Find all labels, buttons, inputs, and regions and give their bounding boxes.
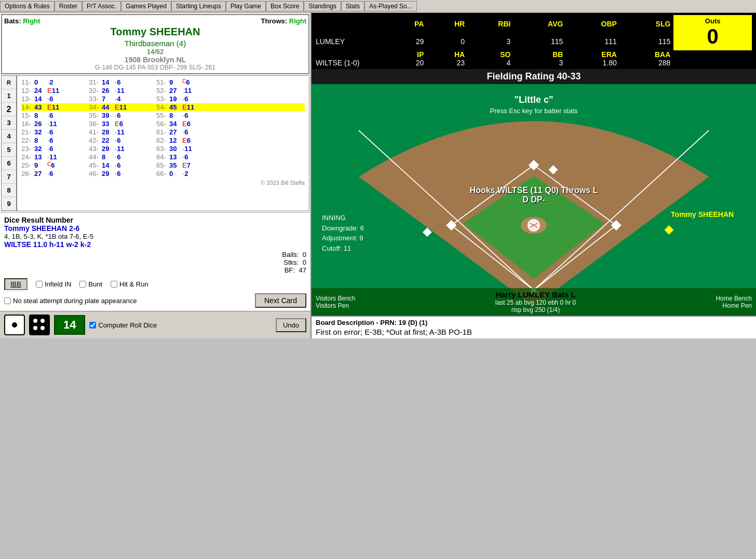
no-steal-label: No steal attempt during plate appearance	[13, 297, 137, 305]
row-7: 7	[2, 170, 16, 184]
bunt-label: Bunt	[88, 280, 102, 288]
dice-col-11: 11- 0 - 2	[21, 78, 78, 86]
nav-pt-assoc[interactable]: P/T Assoc.	[82, 1, 121, 11]
nav-options-rules[interactable]: Options & Rules	[0, 1, 55, 11]
row-3: 3	[2, 116, 16, 130]
bottom-field-bar: Visitors Bench Visitors Pen Harry LUMLEY…	[312, 288, 756, 316]
sb-outs-label: Outs	[682, 17, 744, 25]
row-5: 5	[2, 143, 16, 157]
nav-play-game[interactable]: Play Game	[226, 1, 266, 11]
batter-risp-stats: risp bvg 250 (1/4)	[495, 306, 576, 313]
svg-point-16	[528, 219, 541, 232]
sb-pitcher-ha: 23	[427, 59, 468, 67]
sb-header-ip: IP	[388, 50, 427, 59]
no-steal-checkbox[interactable]: No steal attempt during plate appearance	[4, 297, 137, 305]
dice-row-5: 15- 8 - 6 35- 39 - 6 55- 8	[21, 112, 305, 119]
die-white[interactable]	[4, 315, 25, 335]
die-white-dot	[12, 322, 17, 328]
infield-in-input[interactable]	[36, 281, 43, 288]
sb-pitcher-so: 4	[468, 59, 514, 67]
nav-standings[interactable]: Standings	[304, 1, 341, 11]
dice-col-22: 22- 8 - 6	[21, 137, 78, 144]
sb-empty2	[316, 50, 388, 59]
computer-roll-checkbox[interactable]	[89, 322, 96, 329]
dice-col-61: 61- 27 - 6	[156, 128, 213, 136]
sb-batter-avg: 115	[514, 33, 566, 50]
die-dot-4	[40, 326, 45, 330]
dice-result-title: Dice Result Number	[4, 216, 306, 224]
adjustment-label: Adjustment: 9	[322, 233, 364, 243]
batter-name-big: Harry LUMLEY Bats L	[495, 290, 576, 299]
dice-result-pitcher: WILTSE 11.0 h-11 w-2 k-2	[4, 240, 306, 249]
die-black[interactable]	[29, 315, 50, 335]
dice-stats-row: Balls: 0 Stks: 0 BF: 47	[4, 251, 306, 274]
dice-col-64: 64- 13 - 6	[156, 153, 213, 161]
no-steal-input[interactable]	[4, 297, 11, 304]
dice-row-9b: 24- 13 - 11 44- 8 - 6 64- 13	[21, 153, 305, 161]
row-4: 4	[2, 130, 16, 143]
player-fraction: 14/62	[4, 48, 306, 56]
sb-outs-box: Outs 0	[673, 15, 752, 50]
nav-starting-lineups[interactable]: Starting Lineups	[171, 1, 226, 11]
sb-batter-obp: 111	[566, 33, 619, 50]
row-numbers: R 1 2 3 4 5 6 7 8 9	[1, 75, 17, 211]
infield-in-checkbox[interactable]: Infield IN	[36, 280, 71, 288]
hit-run-checkbox[interactable]: Hit & Run	[111, 280, 148, 288]
infield-in-label: Infield IN	[45, 280, 71, 288]
sb-empty	[316, 15, 388, 33]
bats-text: Bats:	[4, 17, 21, 25]
dice-row-6: 16- 26 - 11 36- 33 E 6 56- 34	[21, 120, 305, 128]
next-card-button[interactable]: Next Card	[255, 293, 306, 308]
bf-label: BF:	[285, 266, 295, 274]
dice-row-8: 22- 8 - 6 42- 22 - 6 62- 12	[21, 137, 305, 144]
sb-batter-name: LUMLEY	[316, 33, 388, 50]
dice-table: 11- 0 - 2 31- 14 - 6 51- 9	[17, 75, 309, 211]
nav-as-played[interactable]: As-Played So...	[365, 1, 417, 11]
pitch-text: Hooks WILTSE (11 Q0) Throws L D DP-	[470, 186, 598, 204]
sb-pitcher-baa: 288	[620, 59, 673, 67]
dice-options: IBB Infield IN Bunt Hit & Run	[4, 278, 306, 290]
computer-roll-text: Computer Roll Dice	[98, 321, 157, 329]
sb-header-bb: BB	[514, 50, 566, 59]
dice-col-56: 56- 34 E 6	[156, 120, 213, 128]
home-bench-pen: Home Bench Home Pen	[716, 295, 752, 309]
die-result-box: 14	[54, 315, 85, 335]
bunt-input[interactable]	[79, 281, 86, 288]
dice-col-23: 23- 32 - 6	[21, 145, 78, 153]
sb-pitcher-ip: 20	[388, 59, 427, 67]
dice-col-35: 35- 39 - 6	[89, 112, 146, 119]
player-team: 1908 Brooklyn NL	[4, 56, 306, 64]
sb-batter-hr: 0	[427, 33, 468, 50]
computer-roll-label[interactable]: Computer Roll Dice	[89, 321, 157, 329]
no-steal-row: No steal attempt during plate appearance…	[4, 293, 306, 308]
nav-roster[interactable]: Roster	[55, 1, 82, 11]
dice-col-13: 13- 14 - 6	[21, 95, 78, 103]
undo-button[interactable]: Undo	[276, 318, 306, 332]
bunt-checkbox[interactable]: Bunt	[79, 280, 102, 288]
nav-games-played[interactable]: Games Played	[121, 1, 171, 11]
sb-header-hr: HR	[427, 15, 468, 33]
dice-col-33: 33- 7 - 4	[89, 95, 146, 103]
ibb-button[interactable]: IBB	[4, 278, 28, 290]
dice-col-44: 44- 8 - 6	[89, 153, 146, 161]
scoreboard-table: PA HR RBI AVG OBP SLG Outs 0 LUMLEY 29 0…	[316, 15, 752, 67]
dice-row-1: 11- 0 - 2 31- 14 - 6 51- 9	[21, 78, 305, 86]
dice-col-32: 32- 26 - 11	[89, 87, 146, 94]
dice-col-45: 45- 14 - 6	[89, 161, 146, 169]
sb-header-avg: AVG	[514, 15, 566, 33]
throws-text: Throws:	[261, 17, 288, 25]
dice-col-14: 14- 43 E 11	[21, 103, 78, 111]
dice-row-9c: 25- 9 C 6 45- 14 - 6 65- 35 E	[21, 161, 305, 169]
dice-col-24: 24- 13 - 11	[21, 153, 78, 161]
nav-stats[interactable]: Stats	[341, 1, 365, 11]
copyright: © 2023 Bill Staffa	[21, 180, 305, 186]
nav-box-score[interactable]: Box Score	[266, 1, 304, 11]
row-8: 8	[2, 184, 16, 197]
scoreboard-header-row: PA HR RBI AVG OBP SLG Outs 0	[316, 15, 752, 33]
hit-run-input[interactable]	[111, 281, 117, 288]
scoreboard-pitcher-row: WILTSE (1-0) 20 23 4 3 1.80 288	[316, 59, 752, 67]
dice-balls-stks-bf: Balls: 0 Stks: 0 BF: 47	[282, 251, 306, 274]
dice-row-2: 12- 24 E 11 32- 26 - 11 52- 27	[21, 87, 305, 94]
dice-col-51: 51- 9 C 6	[156, 78, 213, 86]
dice-col-65: 65- 35 E 7	[156, 161, 213, 169]
